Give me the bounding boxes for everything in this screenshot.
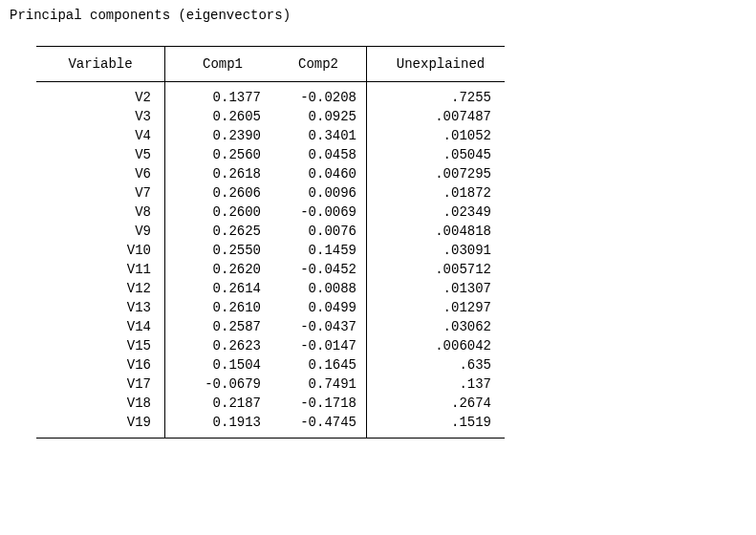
cell-unexplained: .2674 <box>367 394 506 413</box>
cell-comp1: 0.2618 <box>165 164 271 183</box>
cell-unexplained: .01052 <box>367 126 506 145</box>
table-body: V20.1377-0.0208.7255V30.26050.0925.00748… <box>36 82 505 439</box>
cell-unexplained: .004818 <box>367 222 506 241</box>
table-row: V180.2187-0.1718.2674 <box>36 394 505 413</box>
table-row: V60.26180.0460.007295 <box>36 164 505 183</box>
cell-comp2: -0.1718 <box>270 394 367 413</box>
cell-variable: V11 <box>36 260 165 279</box>
cell-unexplained: .137 <box>367 374 506 394</box>
cell-comp1: 0.1913 <box>165 413 271 439</box>
table-row: V40.23900.3401.01052 <box>36 126 505 145</box>
cell-variable: V14 <box>36 317 165 336</box>
table-row: V160.15040.1645.635 <box>36 355 505 374</box>
table-row: V20.1377-0.0208.7255 <box>36 82 505 108</box>
cell-unexplained: .7255 <box>367 82 506 108</box>
cell-comp1: 0.2605 <box>165 107 271 126</box>
cell-unexplained: .007295 <box>367 164 506 183</box>
cell-comp1: 0.2600 <box>165 203 271 222</box>
cell-comp1: 0.2550 <box>165 241 271 260</box>
cell-variable: V19 <box>36 413 165 439</box>
table-row: V110.2620-0.0452.005712 <box>36 260 505 279</box>
cell-comp1: 0.2390 <box>165 126 271 145</box>
table-row: V90.26250.0076.004818 <box>36 222 505 241</box>
cell-comp2: 0.0076 <box>270 222 367 241</box>
table-row: V70.26060.0096.01872 <box>36 183 505 203</box>
cell-comp1: -0.0679 <box>165 374 271 394</box>
cell-comp1: 0.1377 <box>165 82 271 108</box>
cell-comp2: 0.1645 <box>270 355 367 374</box>
cell-variable: V9 <box>36 222 165 241</box>
cell-unexplained: .02349 <box>367 203 506 222</box>
col-header-unexplained: Unexplained <box>367 47 506 82</box>
cell-comp2: 0.0088 <box>270 279 367 298</box>
table-row: V190.1913-0.4745.1519 <box>36 413 505 439</box>
cell-comp2: 0.1459 <box>270 241 367 260</box>
cell-variable: V4 <box>36 126 165 145</box>
cell-comp2: 0.0499 <box>270 298 367 317</box>
cell-unexplained: .01307 <box>367 279 506 298</box>
page-title: Principal components (eigenvectors) <box>10 8 746 23</box>
col-header-variable: Variable <box>36 47 165 82</box>
cell-comp2: 0.7491 <box>270 374 367 394</box>
cell-unexplained: .006042 <box>367 336 506 355</box>
cell-variable: V16 <box>36 355 165 374</box>
col-header-comp1: Comp1 <box>165 47 271 82</box>
table-row: V50.25600.0458.05045 <box>36 145 505 164</box>
table-row: V80.2600-0.0069.02349 <box>36 203 505 222</box>
cell-unexplained: .03062 <box>367 317 506 336</box>
table-row: V120.26140.0088.01307 <box>36 279 505 298</box>
table-row: V30.26050.0925.007487 <box>36 107 505 126</box>
cell-comp1: 0.2623 <box>165 336 271 355</box>
cell-variable: V17 <box>36 374 165 394</box>
table-row: V130.26100.0499.01297 <box>36 298 505 317</box>
cell-comp1: 0.2606 <box>165 183 271 203</box>
cell-unexplained: .635 <box>367 355 506 374</box>
cell-variable: V10 <box>36 241 165 260</box>
table-row: V100.25500.1459.03091 <box>36 241 505 260</box>
cell-comp2: 0.3401 <box>270 126 367 145</box>
cell-unexplained: .1519 <box>367 413 506 439</box>
cell-unexplained: .01872 <box>367 183 506 203</box>
table-row: V150.2623-0.0147.006042 <box>36 336 505 355</box>
cell-comp1: 0.2620 <box>165 260 271 279</box>
cell-unexplained: .007487 <box>367 107 506 126</box>
cell-comp2: -0.0452 <box>270 260 367 279</box>
table-row: V17-0.06790.7491.137 <box>36 374 505 394</box>
cell-variable: V5 <box>36 145 165 164</box>
table-header-row: Variable Comp1 Comp2 Unexplained <box>36 47 505 82</box>
table-row: V140.2587-0.0437.03062 <box>36 317 505 336</box>
cell-variable: V18 <box>36 394 165 413</box>
cell-comp2: -0.0437 <box>270 317 367 336</box>
cell-comp1: 0.2187 <box>165 394 271 413</box>
cell-comp2: 0.0925 <box>270 107 367 126</box>
cell-comp2: -0.0147 <box>270 336 367 355</box>
cell-variable: V3 <box>36 107 165 126</box>
cell-comp2: -0.4745 <box>270 413 367 439</box>
cell-comp2: 0.0458 <box>270 145 367 164</box>
cell-variable: V13 <box>36 298 165 317</box>
cell-unexplained: .03091 <box>367 241 506 260</box>
cell-comp1: 0.2560 <box>165 145 271 164</box>
cell-unexplained: .01297 <box>367 298 506 317</box>
cell-comp2: -0.0208 <box>270 82 367 108</box>
cell-comp1: 0.2625 <box>165 222 271 241</box>
col-header-comp2: Comp2 <box>270 47 367 82</box>
cell-comp2: 0.0096 <box>270 183 367 203</box>
cell-comp1: 0.1504 <box>165 355 271 374</box>
cell-comp1: 0.2614 <box>165 279 271 298</box>
cell-variable: V15 <box>36 336 165 355</box>
cell-variable: V2 <box>36 82 165 108</box>
cell-comp1: 0.2610 <box>165 298 271 317</box>
cell-comp1: 0.2587 <box>165 317 271 336</box>
pca-table: Variable Comp1 Comp2 Unexplained V20.137… <box>36 46 505 439</box>
cell-comp2: 0.0460 <box>270 164 367 183</box>
cell-variable: V8 <box>36 203 165 222</box>
cell-unexplained: .05045 <box>367 145 506 164</box>
cell-unexplained: .005712 <box>367 260 506 279</box>
cell-comp2: -0.0069 <box>270 203 367 222</box>
cell-variable: V12 <box>36 279 165 298</box>
cell-variable: V6 <box>36 164 165 183</box>
cell-variable: V7 <box>36 183 165 203</box>
